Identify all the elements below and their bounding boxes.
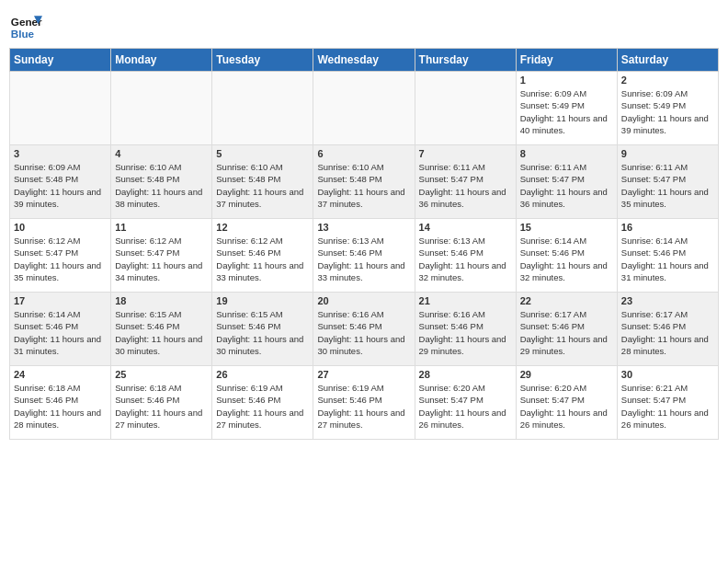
- calendar-header-row: SundayMondayTuesdayWednesdayThursdayFrid…: [10, 49, 719, 72]
- calendar-cell: [111, 72, 212, 145]
- week-row-2: 3Sunrise: 6:09 AM Sunset: 5:48 PM Daylig…: [10, 145, 719, 219]
- week-row-3: 10Sunrise: 6:12 AM Sunset: 5:47 PM Dayli…: [10, 219, 719, 293]
- header: General Blue: [9, 9, 719, 42]
- calendar-cell: 16Sunrise: 6:14 AM Sunset: 5:46 PM Dayli…: [617, 219, 718, 293]
- calendar-cell: [10, 72, 111, 145]
- day-number: 6: [317, 148, 410, 159]
- header-monday: Monday: [111, 49, 212, 72]
- day-info: Sunrise: 6:09 AM Sunset: 5:48 PM Dayligh…: [14, 161, 107, 210]
- calendar-cell: 17Sunrise: 6:14 AM Sunset: 5:46 PM Dayli…: [10, 293, 111, 366]
- day-info: Sunrise: 6:12 AM Sunset: 5:47 PM Dayligh…: [14, 235, 107, 283]
- day-info: Sunrise: 6:11 AM Sunset: 5:47 PM Dayligh…: [520, 161, 613, 210]
- day-info: Sunrise: 6:10 AM Sunset: 5:48 PM Dayligh…: [115, 161, 208, 210]
- calendar-cell: 9Sunrise: 6:11 AM Sunset: 5:47 PM Daylig…: [617, 145, 718, 219]
- day-number: 10: [14, 222, 107, 233]
- calendar-cell: 10Sunrise: 6:12 AM Sunset: 5:47 PM Dayli…: [10, 219, 111, 293]
- calendar-cell: 22Sunrise: 6:17 AM Sunset: 5:46 PM Dayli…: [516, 293, 617, 366]
- calendar-cell: 14Sunrise: 6:13 AM Sunset: 5:46 PM Dayli…: [415, 219, 516, 293]
- day-number: 15: [520, 222, 613, 233]
- day-number: 24: [14, 369, 107, 380]
- day-number: 29: [520, 369, 613, 380]
- calendar-cell: 30Sunrise: 6:21 AM Sunset: 5:47 PM Dayli…: [617, 366, 718, 440]
- header-tuesday: Tuesday: [212, 49, 313, 72]
- day-info: Sunrise: 6:11 AM Sunset: 5:47 PM Dayligh…: [621, 161, 714, 210]
- day-info: Sunrise: 6:17 AM Sunset: 5:46 PM Dayligh…: [621, 308, 714, 357]
- day-info: Sunrise: 6:18 AM Sunset: 5:46 PM Dayligh…: [14, 382, 107, 431]
- calendar-cell: 25Sunrise: 6:18 AM Sunset: 5:46 PM Dayli…: [111, 366, 212, 440]
- day-info: Sunrise: 6:18 AM Sunset: 5:46 PM Dayligh…: [115, 382, 208, 431]
- calendar-cell: 11Sunrise: 6:12 AM Sunset: 5:47 PM Dayli…: [111, 219, 212, 293]
- day-info: Sunrise: 6:20 AM Sunset: 5:47 PM Dayligh…: [520, 382, 613, 431]
- day-info: Sunrise: 6:15 AM Sunset: 5:46 PM Dayligh…: [216, 308, 309, 357]
- calendar-cell: 23Sunrise: 6:17 AM Sunset: 5:46 PM Dayli…: [617, 293, 718, 366]
- header-sunday: Sunday: [10, 49, 111, 72]
- day-number: 2: [621, 75, 714, 86]
- day-number: 23: [621, 295, 714, 306]
- day-number: 5: [216, 148, 309, 159]
- calendar-cell: 20Sunrise: 6:16 AM Sunset: 5:46 PM Dayli…: [313, 293, 415, 366]
- calendar-cell: 13Sunrise: 6:13 AM Sunset: 5:46 PM Dayli…: [313, 219, 415, 293]
- header-thursday: Thursday: [415, 49, 516, 72]
- calendar-cell: 6Sunrise: 6:10 AM Sunset: 5:48 PM Daylig…: [313, 145, 415, 219]
- day-number: 12: [216, 222, 309, 233]
- day-number: 8: [520, 148, 613, 159]
- day-number: 3: [14, 148, 107, 159]
- day-info: Sunrise: 6:14 AM Sunset: 5:46 PM Dayligh…: [14, 308, 107, 357]
- day-info: Sunrise: 6:14 AM Sunset: 5:46 PM Dayligh…: [621, 235, 714, 283]
- calendar-cell: 26Sunrise: 6:19 AM Sunset: 5:46 PM Dayli…: [212, 366, 313, 440]
- calendar-cell: 18Sunrise: 6:15 AM Sunset: 5:46 PM Dayli…: [111, 293, 212, 366]
- day-number: 9: [621, 148, 714, 159]
- day-info: Sunrise: 6:09 AM Sunset: 5:49 PM Dayligh…: [520, 87, 613, 136]
- calendar-cell: 2Sunrise: 6:09 AM Sunset: 5:49 PM Daylig…: [617, 72, 718, 145]
- calendar-cell: 8Sunrise: 6:11 AM Sunset: 5:47 PM Daylig…: [516, 145, 617, 219]
- calendar-cell: [313, 72, 415, 145]
- week-row-5: 24Sunrise: 6:18 AM Sunset: 5:46 PM Dayli…: [10, 366, 719, 440]
- calendar-cell: 15Sunrise: 6:14 AM Sunset: 5:46 PM Dayli…: [516, 219, 617, 293]
- day-info: Sunrise: 6:15 AM Sunset: 5:46 PM Dayligh…: [115, 308, 208, 357]
- header-wednesday: Wednesday: [313, 49, 415, 72]
- day-info: Sunrise: 6:12 AM Sunset: 5:46 PM Dayligh…: [216, 235, 309, 283]
- calendar-cell: 27Sunrise: 6:19 AM Sunset: 5:46 PM Dayli…: [313, 366, 415, 440]
- day-info: Sunrise: 6:09 AM Sunset: 5:49 PM Dayligh…: [621, 87, 714, 136]
- calendar-cell: 19Sunrise: 6:15 AM Sunset: 5:46 PM Dayli…: [212, 293, 313, 366]
- calendar-cell: 5Sunrise: 6:10 AM Sunset: 5:48 PM Daylig…: [212, 145, 313, 219]
- calendar-cell: [212, 72, 313, 145]
- calendar-cell: 28Sunrise: 6:20 AM Sunset: 5:47 PM Dayli…: [415, 366, 516, 440]
- day-number: 7: [419, 148, 512, 159]
- day-number: 16: [621, 222, 714, 233]
- day-number: 28: [419, 369, 512, 380]
- day-number: 13: [317, 222, 410, 233]
- day-number: 25: [115, 369, 208, 380]
- day-info: Sunrise: 6:10 AM Sunset: 5:48 PM Dayligh…: [317, 161, 410, 210]
- day-info: Sunrise: 6:13 AM Sunset: 5:46 PM Dayligh…: [419, 235, 512, 283]
- calendar-cell: 21Sunrise: 6:16 AM Sunset: 5:46 PM Dayli…: [415, 293, 516, 366]
- day-number: 22: [520, 295, 613, 306]
- day-info: Sunrise: 6:16 AM Sunset: 5:46 PM Dayligh…: [419, 308, 512, 357]
- calendar-cell: 12Sunrise: 6:12 AM Sunset: 5:46 PM Dayli…: [212, 219, 313, 293]
- day-info: Sunrise: 6:19 AM Sunset: 5:46 PM Dayligh…: [317, 382, 410, 431]
- calendar-cell: 4Sunrise: 6:10 AM Sunset: 5:48 PM Daylig…: [111, 145, 212, 219]
- day-info: Sunrise: 6:19 AM Sunset: 5:46 PM Dayligh…: [216, 382, 309, 431]
- day-number: 27: [317, 369, 410, 380]
- calendar-cell: 1Sunrise: 6:09 AM Sunset: 5:49 PM Daylig…: [516, 72, 617, 145]
- day-info: Sunrise: 6:21 AM Sunset: 5:47 PM Dayligh…: [621, 382, 714, 431]
- header-friday: Friday: [516, 49, 617, 72]
- week-row-1: 1Sunrise: 6:09 AM Sunset: 5:49 PM Daylig…: [10, 72, 719, 145]
- svg-text:Blue: Blue: [11, 28, 35, 40]
- day-info: Sunrise: 6:10 AM Sunset: 5:48 PM Dayligh…: [216, 161, 309, 210]
- header-saturday: Saturday: [617, 49, 718, 72]
- day-info: Sunrise: 6:11 AM Sunset: 5:47 PM Dayligh…: [419, 161, 512, 210]
- logo-icon: General Blue: [9, 9, 42, 42]
- day-number: 14: [419, 222, 512, 233]
- day-number: 20: [317, 295, 410, 306]
- logo: General Blue: [9, 9, 46, 42]
- calendar-cell: 7Sunrise: 6:11 AM Sunset: 5:47 PM Daylig…: [415, 145, 516, 219]
- calendar-cell: [415, 72, 516, 145]
- day-info: Sunrise: 6:14 AM Sunset: 5:46 PM Dayligh…: [520, 235, 613, 283]
- day-info: Sunrise: 6:12 AM Sunset: 5:47 PM Dayligh…: [115, 235, 208, 283]
- day-number: 18: [115, 295, 208, 306]
- day-number: 19: [216, 295, 309, 306]
- calendar-table: SundayMondayTuesdayWednesdayThursdayFrid…: [9, 48, 719, 440]
- day-number: 1: [520, 75, 613, 86]
- day-info: Sunrise: 6:17 AM Sunset: 5:46 PM Dayligh…: [520, 308, 613, 357]
